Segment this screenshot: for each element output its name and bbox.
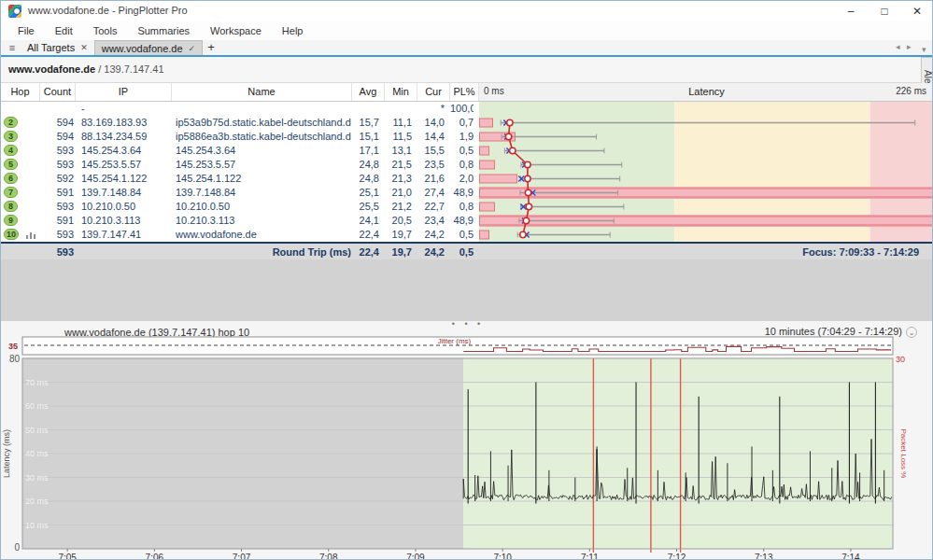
grid-label: 70 ms	[25, 378, 49, 387]
table-row[interactable]: 10593139.7.147.41www.vodafone.de22,419,7…	[1, 228, 479, 242]
table-row[interactable]: -*100,0	[1, 102, 479, 116]
cell-pl: 1,9	[450, 130, 474, 144]
column-header-avg[interactable]: Avg	[352, 83, 385, 101]
x-tick-label: 7:14	[841, 553, 860, 560]
cell-min: 21,5	[385, 158, 412, 172]
tab-list-caret-icon[interactable]: ▾	[922, 45, 926, 54]
summary-pl: 0,5	[450, 245, 474, 259]
cell-pl: 100,0	[450, 102, 474, 116]
table-header: 0 ms Latency 226 ms HopCountIPNameAvgMin…	[1, 83, 933, 102]
cell-min: 19,7	[385, 228, 412, 242]
cell-avg: 24,8	[352, 158, 379, 172]
tab-scroll-left-icon[interactable]: ◂	[896, 42, 900, 51]
timeline-chart[interactable]: 35Jitter (ms)70 ms60 ms50 ms40 ms30 ms20…	[1, 321, 933, 560]
column-header-name[interactable]: Name	[172, 83, 352, 101]
cell-pl: 48,9	[450, 214, 474, 228]
cell-name: 10.210.3.113	[176, 214, 351, 228]
column-header-min[interactable]: Min	[385, 83, 417, 101]
column-header-pl%[interactable]: PL%	[450, 83, 479, 101]
cell-ip: 139.7.147.41	[81, 228, 171, 242]
table-row[interactable]: 6592145.254.1.122145.254.1.12224,821,321…	[1, 172, 479, 186]
cell-ip: 145.254.1.122	[81, 172, 171, 186]
table-row[interactable]: 859310.210.0.5010.210.0.5025,521,222,70,…	[1, 200, 479, 214]
menu-item-tools[interactable]: Tools	[83, 21, 128, 40]
cell-count: 594	[40, 116, 74, 130]
app-icon	[8, 5, 21, 18]
summary-label: Round Trip (ms)	[172, 245, 351, 259]
cell-avg: 25,1	[352, 186, 379, 200]
tab-check-icon: ✓	[189, 44, 196, 53]
cell-avg: 22,4	[352, 228, 379, 242]
cell-count: 593	[40, 228, 74, 242]
latency-pane-header: 0 ms Latency 226 ms	[479, 83, 933, 101]
tab-close-icon[interactable]: ✕	[80, 43, 88, 52]
tab-all-targets[interactable]: All Targets ✕	[21, 40, 94, 55]
cell-avg: 25,5	[352, 200, 379, 214]
cell-name: 145.254.3.64	[176, 144, 351, 158]
tab-bar: ≡ All Targets ✕ www.vodafone.de ✓ + ◂ ▸ …	[1, 40, 933, 55]
cell-name: 145.254.1.122	[176, 172, 351, 186]
column-header-hop[interactable]: Hop	[1, 83, 40, 101]
cell-name: www.vodafone.de	[176, 228, 351, 242]
timeline-pane: • • • www.vodafone.de (139.7.147.41) hop…	[1, 321, 933, 560]
hamburger-icon[interactable]: ≡	[4, 40, 21, 55]
jitter-axis-label: Jitter (ms)	[438, 337, 472, 345]
x-tick-label: 7:13	[755, 553, 773, 560]
target-ip: 139.7.147.41	[104, 63, 163, 75]
cell-ip: 139.7.148.84	[81, 186, 171, 200]
cell-cur: 15,5	[417, 144, 445, 158]
cell-pl: 0,5	[450, 144, 474, 158]
column-header-count[interactable]: Count	[40, 83, 76, 101]
latency-title: Latency	[479, 86, 933, 97]
table-row[interactable]: 359488.134.234.59ip5886ea3b.static.kabel…	[1, 130, 479, 144]
cell-count: 592	[40, 172, 74, 186]
pane-background	[1, 259, 933, 321]
tab-www-vodafone-de[interactable]: www.vodafone.de ✓	[94, 40, 203, 55]
minimize-button[interactable]: –	[835, 1, 867, 21]
new-tab-button[interactable]: +	[203, 40, 219, 55]
cell-pl: 48,9	[450, 186, 474, 200]
cell-avg: 15,1	[352, 130, 379, 144]
hop-latency-chart[interactable]	[479, 102, 933, 242]
menu-item-workspace[interactable]: Workspace	[200, 21, 272, 40]
cell-ip: -	[81, 102, 171, 116]
menu-item-edit[interactable]: Edit	[45, 21, 83, 40]
grid-label: 10 ms	[25, 521, 49, 530]
summary-row[interactable]: 593 Round Trip (ms) 22,4 19,7 24,2 0,5 F…	[1, 242, 933, 259]
table-row[interactable]: 259483.169.183.93ip53a9b75d.static.kabel…	[1, 116, 479, 130]
maximize-button[interactable]: □	[869, 1, 900, 21]
column-header-ip[interactable]: IP	[76, 83, 172, 101]
grid-label: 20 ms	[25, 497, 49, 506]
menu-bar: FileEditToolsSummariesWorkspaceHelp	[1, 21, 933, 40]
cell-cur: *	[417, 102, 445, 116]
cell-min	[385, 102, 412, 116]
cell-pl: 0,8	[450, 158, 474, 172]
cell-avg: 24,8	[352, 172, 379, 186]
cell-ip: 10.210.3.113	[81, 214, 171, 228]
tab-scroll-right-icon[interactable]: ▸	[907, 42, 912, 51]
hop-badge: 4	[4, 145, 18, 156]
table-row[interactable]: 959110.210.3.11310.210.3.11324,120,523,4…	[1, 214, 479, 228]
grid-label: 30 ms	[25, 473, 49, 483]
cell-min: 21,3	[385, 172, 412, 186]
close-button[interactable]: ✕	[901, 1, 933, 21]
tab-label: All Targets	[27, 42, 75, 53]
table-row[interactable]: 7591139.7.148.84139.7.148.8425,121,027,4…	[1, 186, 479, 200]
cell-avg: 15,7	[352, 116, 379, 130]
cell-cur: 24,2	[417, 228, 445, 242]
title-bar: www.vodafone.de - PingPlotter Pro – □ ✕	[1, 1, 933, 21]
cell-count: 593	[40, 144, 74, 158]
x-tick-label: 7:09	[406, 553, 425, 560]
cell-pl: 2,0	[450, 172, 474, 186]
menu-item-file[interactable]: File	[7, 21, 45, 40]
window-title: www.vodafone.de - PingPlotter Pro	[28, 5, 188, 16]
table-row[interactable]: 4593145.254.3.64145.254.3.6417,113,115,5…	[1, 144, 479, 158]
menu-item-help[interactable]: Help	[272, 21, 314, 40]
menu-item-summaries[interactable]: Summaries	[127, 21, 200, 40]
hop-badge: 9	[4, 215, 18, 226]
hop-badge: 6	[4, 173, 18, 184]
right-axis-max-label: 30	[896, 355, 905, 364]
target-header: www.vodafone.de / 139.7.147.41 ▾ Interva…	[1, 57, 933, 83]
table-row[interactable]: 5593145.253.5.57145.253.5.5724,821,523,5…	[1, 158, 479, 172]
column-header-cur[interactable]: Cur	[417, 83, 450, 101]
